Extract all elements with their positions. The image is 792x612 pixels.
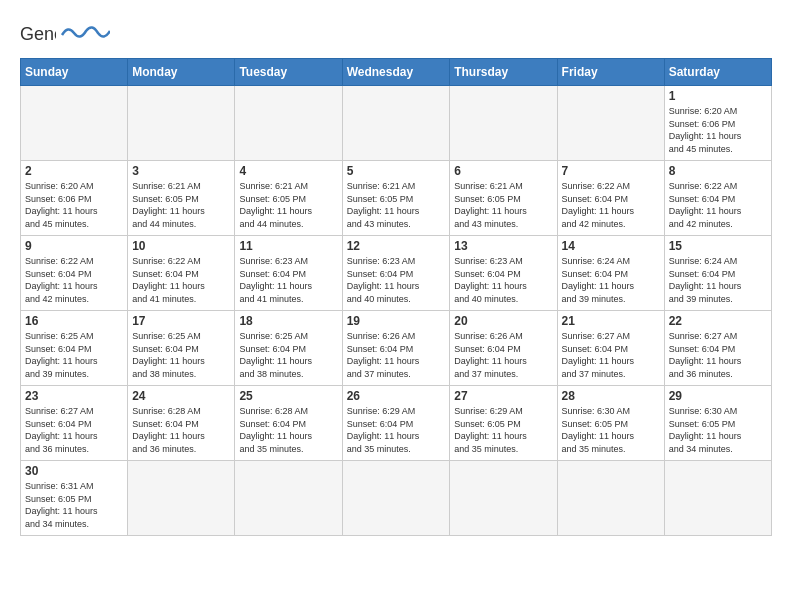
day-number: 28 bbox=[562, 389, 660, 403]
week-row-4: 16Sunrise: 6:25 AM Sunset: 6:04 PM Dayli… bbox=[21, 311, 772, 386]
day-header-friday: Friday bbox=[557, 59, 664, 86]
calendar-cell: 16Sunrise: 6:25 AM Sunset: 6:04 PM Dayli… bbox=[21, 311, 128, 386]
day-number: 10 bbox=[132, 239, 230, 253]
day-number: 26 bbox=[347, 389, 446, 403]
day-info: Sunrise: 6:23 AM Sunset: 6:04 PM Dayligh… bbox=[239, 255, 337, 305]
day-info: Sunrise: 6:21 AM Sunset: 6:05 PM Dayligh… bbox=[454, 180, 552, 230]
calendar-cell: 6Sunrise: 6:21 AM Sunset: 6:05 PM Daylig… bbox=[450, 161, 557, 236]
week-row-6: 30Sunrise: 6:31 AM Sunset: 6:05 PM Dayli… bbox=[21, 461, 772, 536]
day-info: Sunrise: 6:29 AM Sunset: 6:05 PM Dayligh… bbox=[454, 405, 552, 455]
calendar-cell bbox=[450, 461, 557, 536]
calendar-header-row: SundayMondayTuesdayWednesdayThursdayFrid… bbox=[21, 59, 772, 86]
calendar-cell bbox=[235, 461, 342, 536]
calendar-cell: 15Sunrise: 6:24 AM Sunset: 6:04 PM Dayli… bbox=[664, 236, 771, 311]
svg-text:General: General bbox=[20, 24, 56, 44]
day-number: 6 bbox=[454, 164, 552, 178]
day-info: Sunrise: 6:28 AM Sunset: 6:04 PM Dayligh… bbox=[132, 405, 230, 455]
day-number: 3 bbox=[132, 164, 230, 178]
calendar-cell: 21Sunrise: 6:27 AM Sunset: 6:04 PM Dayli… bbox=[557, 311, 664, 386]
calendar-cell: 27Sunrise: 6:29 AM Sunset: 6:05 PM Dayli… bbox=[450, 386, 557, 461]
logo-icon: General bbox=[20, 20, 56, 48]
calendar-cell: 4Sunrise: 6:21 AM Sunset: 6:05 PM Daylig… bbox=[235, 161, 342, 236]
day-info: Sunrise: 6:27 AM Sunset: 6:04 PM Dayligh… bbox=[669, 330, 767, 380]
calendar-table: SundayMondayTuesdayWednesdayThursdayFrid… bbox=[20, 58, 772, 536]
day-info: Sunrise: 6:21 AM Sunset: 6:05 PM Dayligh… bbox=[132, 180, 230, 230]
calendar-cell: 30Sunrise: 6:31 AM Sunset: 6:05 PM Dayli… bbox=[21, 461, 128, 536]
week-row-5: 23Sunrise: 6:27 AM Sunset: 6:04 PM Dayli… bbox=[21, 386, 772, 461]
day-number: 7 bbox=[562, 164, 660, 178]
day-number: 15 bbox=[669, 239, 767, 253]
day-info: Sunrise: 6:22 AM Sunset: 6:04 PM Dayligh… bbox=[669, 180, 767, 230]
day-info: Sunrise: 6:24 AM Sunset: 6:04 PM Dayligh… bbox=[669, 255, 767, 305]
calendar-cell: 22Sunrise: 6:27 AM Sunset: 6:04 PM Dayli… bbox=[664, 311, 771, 386]
calendar-cell: 24Sunrise: 6:28 AM Sunset: 6:04 PM Dayli… bbox=[128, 386, 235, 461]
calendar-cell bbox=[128, 86, 235, 161]
day-number: 21 bbox=[562, 314, 660, 328]
week-row-3: 9Sunrise: 6:22 AM Sunset: 6:04 PM Daylig… bbox=[21, 236, 772, 311]
day-number: 16 bbox=[25, 314, 123, 328]
logo-wave-icon bbox=[60, 23, 110, 41]
calendar-cell bbox=[235, 86, 342, 161]
day-header-tuesday: Tuesday bbox=[235, 59, 342, 86]
day-header-thursday: Thursday bbox=[450, 59, 557, 86]
calendar-cell bbox=[21, 86, 128, 161]
day-info: Sunrise: 6:27 AM Sunset: 6:04 PM Dayligh… bbox=[562, 330, 660, 380]
day-info: Sunrise: 6:25 AM Sunset: 6:04 PM Dayligh… bbox=[239, 330, 337, 380]
week-row-2: 2Sunrise: 6:20 AM Sunset: 6:06 PM Daylig… bbox=[21, 161, 772, 236]
day-info: Sunrise: 6:30 AM Sunset: 6:05 PM Dayligh… bbox=[562, 405, 660, 455]
calendar-cell: 5Sunrise: 6:21 AM Sunset: 6:05 PM Daylig… bbox=[342, 161, 450, 236]
day-number: 25 bbox=[239, 389, 337, 403]
day-info: Sunrise: 6:31 AM Sunset: 6:05 PM Dayligh… bbox=[25, 480, 123, 530]
calendar-cell: 7Sunrise: 6:22 AM Sunset: 6:04 PM Daylig… bbox=[557, 161, 664, 236]
calendar-cell bbox=[557, 461, 664, 536]
day-info: Sunrise: 6:24 AM Sunset: 6:04 PM Dayligh… bbox=[562, 255, 660, 305]
week-row-1: 1Sunrise: 6:20 AM Sunset: 6:06 PM Daylig… bbox=[21, 86, 772, 161]
day-header-wednesday: Wednesday bbox=[342, 59, 450, 86]
day-number: 23 bbox=[25, 389, 123, 403]
day-number: 1 bbox=[669, 89, 767, 103]
page-header: General bbox=[20, 20, 772, 48]
calendar-cell bbox=[128, 461, 235, 536]
calendar-cell: 14Sunrise: 6:24 AM Sunset: 6:04 PM Dayli… bbox=[557, 236, 664, 311]
calendar-cell: 23Sunrise: 6:27 AM Sunset: 6:04 PM Dayli… bbox=[21, 386, 128, 461]
day-number: 12 bbox=[347, 239, 446, 253]
day-number: 9 bbox=[25, 239, 123, 253]
day-info: Sunrise: 6:22 AM Sunset: 6:04 PM Dayligh… bbox=[25, 255, 123, 305]
logo: General bbox=[20, 20, 110, 48]
calendar-cell: 9Sunrise: 6:22 AM Sunset: 6:04 PM Daylig… bbox=[21, 236, 128, 311]
calendar-cell: 13Sunrise: 6:23 AM Sunset: 6:04 PM Dayli… bbox=[450, 236, 557, 311]
day-info: Sunrise: 6:28 AM Sunset: 6:04 PM Dayligh… bbox=[239, 405, 337, 455]
calendar-cell: 20Sunrise: 6:26 AM Sunset: 6:04 PM Dayli… bbox=[450, 311, 557, 386]
day-number: 20 bbox=[454, 314, 552, 328]
calendar-cell: 8Sunrise: 6:22 AM Sunset: 6:04 PM Daylig… bbox=[664, 161, 771, 236]
day-info: Sunrise: 6:25 AM Sunset: 6:04 PM Dayligh… bbox=[25, 330, 123, 380]
day-number: 5 bbox=[347, 164, 446, 178]
day-info: Sunrise: 6:25 AM Sunset: 6:04 PM Dayligh… bbox=[132, 330, 230, 380]
day-number: 24 bbox=[132, 389, 230, 403]
logo-container bbox=[60, 23, 110, 45]
calendar-cell: 11Sunrise: 6:23 AM Sunset: 6:04 PM Dayli… bbox=[235, 236, 342, 311]
calendar-cell: 19Sunrise: 6:26 AM Sunset: 6:04 PM Dayli… bbox=[342, 311, 450, 386]
day-info: Sunrise: 6:23 AM Sunset: 6:04 PM Dayligh… bbox=[454, 255, 552, 305]
calendar-cell: 3Sunrise: 6:21 AM Sunset: 6:05 PM Daylig… bbox=[128, 161, 235, 236]
day-info: Sunrise: 6:21 AM Sunset: 6:05 PM Dayligh… bbox=[347, 180, 446, 230]
day-number: 22 bbox=[669, 314, 767, 328]
day-number: 11 bbox=[239, 239, 337, 253]
calendar-cell bbox=[664, 461, 771, 536]
day-info: Sunrise: 6:29 AM Sunset: 6:04 PM Dayligh… bbox=[347, 405, 446, 455]
day-number: 13 bbox=[454, 239, 552, 253]
day-number: 29 bbox=[669, 389, 767, 403]
day-number: 14 bbox=[562, 239, 660, 253]
day-header-saturday: Saturday bbox=[664, 59, 771, 86]
day-info: Sunrise: 6:30 AM Sunset: 6:05 PM Dayligh… bbox=[669, 405, 767, 455]
calendar-cell: 10Sunrise: 6:22 AM Sunset: 6:04 PM Dayli… bbox=[128, 236, 235, 311]
day-number: 4 bbox=[239, 164, 337, 178]
calendar-cell: 2Sunrise: 6:20 AM Sunset: 6:06 PM Daylig… bbox=[21, 161, 128, 236]
day-number: 17 bbox=[132, 314, 230, 328]
calendar-cell: 29Sunrise: 6:30 AM Sunset: 6:05 PM Dayli… bbox=[664, 386, 771, 461]
calendar-cell: 1Sunrise: 6:20 AM Sunset: 6:06 PM Daylig… bbox=[664, 86, 771, 161]
day-info: Sunrise: 6:22 AM Sunset: 6:04 PM Dayligh… bbox=[562, 180, 660, 230]
day-info: Sunrise: 6:20 AM Sunset: 6:06 PM Dayligh… bbox=[669, 105, 767, 155]
calendar-cell bbox=[342, 461, 450, 536]
day-header-sunday: Sunday bbox=[21, 59, 128, 86]
